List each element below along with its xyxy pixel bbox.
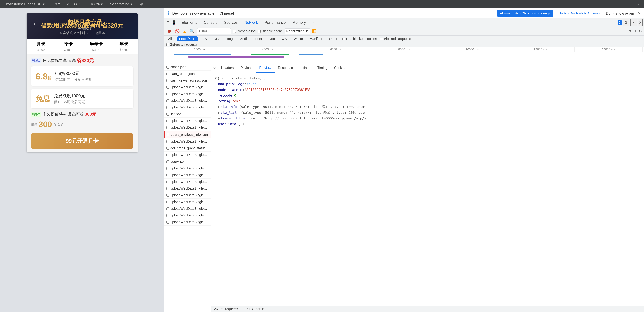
json-toggle-sku-info[interactable]: ▶ — [218, 104, 220, 109]
tab-response[interactable]: Response — [274, 64, 296, 73]
has-blocked-checkbox[interactable] — [342, 38, 345, 40]
filter-wasm[interactable]: Wasm — [292, 36, 304, 42]
device-selector[interactable]: Dimensions: iPhone SE ▼ — [3, 2, 45, 6]
tab-sources[interactable]: Sources — [221, 19, 241, 27]
has-blocked-cookies-check[interactable]: Has blocked cookies — [342, 37, 377, 41]
viewport-height-input[interactable] — [70, 2, 84, 7]
request-item[interactable]: list.json — [164, 111, 211, 117]
tab-halfyear[interactable]: 半年卡 省4381 — [82, 39, 110, 54]
tab-more[interactable]: » — [309, 19, 318, 27]
blocked-requests-check[interactable]: Blocked Requests — [380, 37, 411, 41]
match-language-button[interactable]: Always match Chrome's language — [497, 10, 553, 17]
filter-fetch-xhr[interactable]: Fetch/XHR — [177, 36, 198, 42]
tab-cookies[interactable]: Cookies — [331, 64, 350, 73]
tab-yearly[interactable]: 年卡 省8892 — [110, 39, 138, 54]
request-item[interactable]: uploadWebDataSingleReport.j... — [164, 192, 211, 199]
filter-css[interactable]: CSS — [212, 36, 222, 42]
throttle-selector[interactable]: No throttling ▼ — [285, 28, 310, 34]
request-item[interactable]: uploadWebDataSingleReport.j... — [164, 104, 211, 111]
request-checkbox[interactable] — [167, 133, 170, 136]
search-button[interactable]: 🔍 — [189, 28, 195, 34]
device-icon[interactable]: 📱 — [171, 20, 177, 26]
request-checkbox[interactable] — [166, 73, 169, 75]
filter-all[interactable]: All — [166, 36, 174, 42]
request-item[interactable]: uploadWebDataSingleReport.j... — [164, 179, 211, 185]
filter-font[interactable]: Font — [254, 36, 264, 42]
tab-performance[interactable]: Performance — [261, 19, 289, 27]
third-party-checkbox[interactable] — [166, 43, 169, 46]
clear-button[interactable]: 🚫 — [174, 28, 180, 34]
request-item[interactable]: uploadWebDataSingleReport.j... — [164, 219, 211, 226]
request-item[interactable]: uploadWebDataSingleReport.j... — [164, 185, 211, 192]
request-checkbox[interactable] — [166, 181, 169, 183]
requests-list[interactable]: config.json data_report.json cash_grays_… — [164, 64, 211, 312]
request-checkbox[interactable] — [166, 201, 169, 203]
request-checkbox[interactable] — [166, 79, 169, 82]
json-toggle-root[interactable]: ▼ — [215, 76, 217, 81]
json-toggle-trace-list[interactable]: ▶ — [218, 115, 220, 121]
request-checkbox[interactable] — [166, 147, 169, 150]
filter-doc[interactable]: Doc — [267, 36, 276, 42]
request-item[interactable]: uploadWebDataSingleReport.j... — [164, 84, 211, 91]
request-checkbox[interactable] — [166, 194, 169, 197]
switch-chinese-button[interactable]: Switch DevTools to Chinese — [556, 10, 603, 17]
tab-preview[interactable]: Preview — [256, 64, 274, 73]
request-checkbox[interactable] — [166, 167, 169, 170]
zoom-selector[interactable]: 100% ▼ — [90, 2, 103, 6]
cta-button[interactable]: 99元开通月卡 — [31, 133, 134, 149]
record-button[interactable]: ⏺ — [166, 28, 172, 34]
request-checkbox[interactable] — [166, 160, 169, 163]
tab-memory[interactable]: Memory — [289, 19, 309, 27]
request-item[interactable]: uploadWebDataSingleReport.j... — [164, 212, 211, 219]
request-item[interactable]: get_credit_grant_status.json — [164, 145, 211, 152]
third-party-check[interactable]: 3rd-party requests — [166, 43, 197, 47]
devtools-settings-icon[interactable]: ⚙ — [623, 19, 629, 26]
request-item[interactable]: config.json — [164, 64, 211, 71]
inspect-icon[interactable]: ⊡ — [166, 20, 170, 26]
tab-monthly[interactable]: 月卡 省899 — [27, 39, 54, 54]
tab-quarterly[interactable]: 季卡 省1865 — [54, 39, 82, 54]
devtools-more-icon[interactable]: ⋮ — [630, 19, 637, 26]
devtools-close-icon[interactable]: × — [638, 19, 643, 26]
request-checkbox[interactable] — [166, 154, 169, 156]
disable-cache-checkbox[interactable] — [258, 30, 260, 33]
request-item[interactable]: uploadWebDataSingleReport.j... — [164, 97, 211, 104]
more-options-btn[interactable]: ⋮ — [635, 1, 641, 8]
request-checkbox[interactable] — [166, 119, 169, 122]
filter-input[interactable] — [197, 28, 231, 34]
tab-headers[interactable]: Headers — [218, 64, 237, 73]
request-item[interactable]: uploadWebDataSingleReport.j... — [164, 199, 211, 205]
sensor-icon[interactable]: ⊕ — [139, 1, 144, 7]
request-item-selected[interactable]: query_privilege_info.json — [164, 131, 211, 138]
export-icon[interactable]: ⬇ — [634, 29, 636, 33]
notif-close-button[interactable]: × — [638, 11, 641, 16]
request-checkbox[interactable] — [166, 174, 169, 177]
json-toggle-sku-list[interactable]: ▶ — [218, 110, 220, 115]
request-checkbox[interactable] — [166, 86, 169, 89]
request-checkbox[interactable] — [166, 221, 169, 224]
request-checkbox[interactable] — [166, 187, 169, 190]
filter-js[interactable]: JS — [201, 36, 208, 42]
viewport-width-input[interactable] — [51, 2, 65, 7]
tab-initiator[interactable]: Initiator — [296, 64, 314, 73]
request-checkbox[interactable] — [166, 126, 169, 129]
request-checkbox[interactable] — [166, 140, 169, 143]
dont-show-link[interactable]: Don't show again — [606, 11, 634, 16]
request-checkbox[interactable] — [166, 113, 169, 115]
filter-media[interactable]: Media — [238, 36, 250, 42]
filter-other[interactable]: Other — [327, 36, 339, 42]
request-item[interactable]: uploadWebDataSingleReport.j... — [164, 152, 211, 158]
request-checkbox[interactable] — [166, 93, 169, 95]
tab-network[interactable]: Network — [241, 19, 261, 27]
throttle-selector[interactable]: No throttling ▼ — [110, 2, 133, 6]
request-item[interactable]: uploadWebDataSingleReport.j... — [164, 205, 211, 212]
filter-ws[interactable]: WS — [280, 36, 288, 42]
request-item[interactable]: query.json — [164, 158, 211, 165]
preserve-log-checkbox[interactable] — [233, 30, 236, 33]
preserve-log-check[interactable]: Preserve log — [233, 29, 256, 33]
filter-img[interactable]: Img — [226, 36, 234, 42]
request-checkbox[interactable] — [166, 106, 169, 109]
request-checkbox[interactable] — [166, 66, 169, 69]
response-panel-close[interactable]: × — [211, 64, 218, 73]
request-item[interactable]: uploadWebDataSingleReport.j... — [164, 138, 211, 145]
